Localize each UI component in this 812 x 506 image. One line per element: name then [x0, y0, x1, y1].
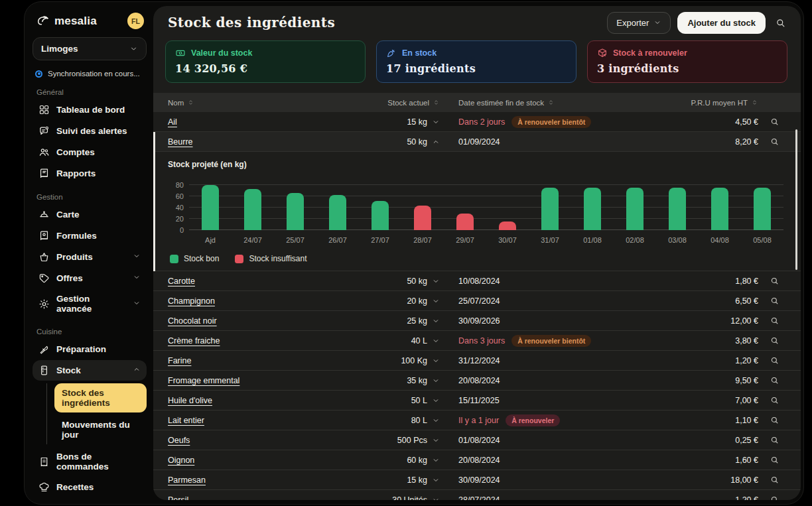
sidebar-item-recettes[interactable]: Recettes	[33, 477, 147, 497]
ingredient-name-cell: Ail	[168, 117, 340, 127]
column-header-nom[interactable]: Nom	[168, 99, 340, 107]
export-button[interactable]: Exporter	[607, 12, 671, 34]
ingredient-name-link[interactable]: Huile d'olive	[168, 396, 212, 405]
stock-amount-cell[interactable]: 25 kg	[340, 316, 440, 326]
sidebar-item-bons-de-commandes[interactable]: Bons de commandes	[33, 447, 147, 476]
sidebar-item-carte[interactable]: Carte	[33, 204, 147, 225]
chevron-up-icon	[432, 138, 440, 146]
row-details-button[interactable]	[758, 455, 790, 465]
row-details-button[interactable]	[758, 355, 790, 365]
row-details-button[interactable]	[758, 395, 790, 405]
row-details-button[interactable]	[758, 117, 790, 127]
row-details-button[interactable]	[758, 316, 790, 326]
sidebar-item-label: Tableau de bord	[56, 105, 125, 115]
bar-28-07[interactable]	[414, 206, 431, 230]
stock-amount-cell[interactable]: 50 kg	[340, 137, 440, 147]
bar-26-07[interactable]	[329, 195, 346, 230]
stock-amount: 15 kg	[407, 475, 427, 485]
ingredient-name-link[interactable]: Crème fraiche	[168, 336, 220, 346]
bar-31-07[interactable]	[541, 188, 559, 230]
magnifier-icon	[770, 117, 779, 127]
row-details-button[interactable]	[758, 296, 790, 306]
ingredient-name-link[interactable]: Champignon	[168, 296, 215, 306]
row-details-button[interactable]	[758, 415, 790, 425]
ingredient-name-link[interactable]: Beurre	[168, 137, 193, 147]
sidebar-item-comptes[interactable]: Comptes	[33, 142, 147, 162]
bar-slot	[656, 177, 699, 230]
stock-amount-cell[interactable]: 500 Pcs	[340, 436, 440, 445]
stock-amount-cell[interactable]: 15 kg	[340, 475, 440, 485]
stock-amount-cell[interactable]: 35 kg	[340, 376, 440, 385]
sidebar-subitem-mouvements-du-jour[interactable]: Mouvements du jour	[54, 415, 147, 444]
end-of-stock-date: 25/07/2024	[458, 296, 500, 306]
stock-amount-cell[interactable]: 60 kg	[340, 456, 440, 465]
row-details-button[interactable]	[758, 375, 790, 385]
ingredient-name-link[interactable]: Farine	[168, 356, 191, 365]
x-axis-tick: 26/07	[316, 236, 359, 244]
stock-amount-cell[interactable]: 50 L	[340, 396, 440, 405]
sidebar-item-produits[interactable]: Produits	[33, 247, 147, 267]
sidebar-item-suivi-des-alertes[interactable]: Suivi des alertes	[33, 121, 147, 141]
location-select[interactable]: Limoges	[33, 37, 147, 60]
sidebar-item-rapports[interactable]: Rapports	[33, 163, 147, 184]
ingredient-name-link[interactable]: Oeufs	[168, 436, 190, 445]
stock-amount-cell[interactable]: 30 Unités	[340, 495, 440, 501]
stock-amount-cell[interactable]: 80 L	[340, 416, 440, 425]
ingredient-name-link[interactable]: Lait entier	[168, 416, 204, 425]
column-header-date-fin-stock[interactable]: Date estimée fin de stock	[458, 99, 659, 107]
bar-05-08[interactable]	[754, 188, 771, 230]
row-details-button[interactable]	[758, 336, 790, 346]
bar-03-08[interactable]	[669, 188, 686, 230]
sidebar-item-gestion-avanc-e[interactable]: Gestion avancée	[33, 289, 147, 318]
ingredient-name-link[interactable]: Parmesan	[168, 475, 206, 485]
bar-02-08[interactable]	[626, 188, 643, 230]
sidebar-item-stock[interactable]: Stock	[33, 360, 147, 381]
sidebar-item-formules[interactable]: Formules	[33, 225, 147, 246]
avatar[interactable]: FL	[127, 13, 144, 29]
bar-29-07[interactable]	[456, 214, 474, 231]
stock-amount-cell[interactable]: 100 Kg	[340, 356, 440, 365]
sidebar-nav: GénéralTableau de bordSuivi des alertesC…	[33, 88, 147, 504]
row-details-button[interactable]	[758, 495, 790, 500]
ingredient-name-link[interactable]: Chocolat noir	[168, 316, 217, 326]
sidebar-subitem-stock-des-ingr-dients[interactable]: Stock des ingrédients	[54, 383, 147, 412]
row-details-button[interactable]	[758, 276, 790, 286]
column-header-stock-actuel[interactable]: Stock actuel	[340, 99, 440, 107]
vertical-scrollbar[interactable]	[795, 129, 797, 270]
search-icon[interactable]	[775, 17, 786, 29]
ingredient-name-link[interactable]: Oignon	[168, 456, 194, 465]
column-header-pru[interactable]: P.R.U moyen HT	[659, 99, 758, 107]
bar-30-07[interactable]	[499, 221, 516, 230]
stock-amount-cell[interactable]: 15 kg	[340, 117, 440, 127]
bar-Ajd[interactable]	[202, 185, 219, 230]
bar-slot	[614, 177, 656, 230]
chevron-up-icon	[133, 365, 141, 375]
ingredient-name-cell: Crème fraiche	[168, 336, 340, 346]
stock-amount-cell[interactable]: 20 kg	[340, 296, 440, 306]
stock-amount-cell[interactable]: 40 L	[340, 336, 440, 346]
bar-01-08[interactable]	[584, 188, 601, 230]
bar-25-07[interactable]	[287, 193, 304, 230]
x-axis-tick: 03/08	[656, 236, 699, 244]
chart-title: Stock projeté (en kg)	[168, 160, 783, 169]
projected-stock-chart: Stock projeté (en kg)020406080Ajd24/0725…	[155, 152, 801, 271]
bar-27-07[interactable]	[372, 201, 389, 230]
row-details-button[interactable]	[758, 475, 790, 485]
sidebar-item-offres[interactable]: Offres	[33, 268, 147, 288]
ingredient-name-link[interactable]: Carotte	[168, 277, 195, 286]
chefhat-icon	[38, 481, 50, 493]
sidebar-item-tableau-de-bord[interactable]: Tableau de bord	[33, 99, 147, 120]
ingredient-name-link[interactable]: Fromage emmental	[168, 376, 239, 385]
bar-04-08[interactable]	[711, 188, 728, 230]
ingredient-name-link[interactable]: Ail	[168, 117, 177, 127]
sidebar-item-pr-paration[interactable]: Préparation	[33, 339, 147, 359]
ingredient-name-link[interactable]: Persil	[168, 495, 188, 501]
bar-24-07[interactable]	[244, 189, 261, 230]
sidebar-item-ingr-dients[interactable]: Ingrédients	[33, 498, 147, 504]
row-details-button[interactable]	[758, 435, 790, 445]
add-stock-button[interactable]: Ajouter du stock	[677, 12, 766, 34]
stock-amount-cell[interactable]: 50 kg	[340, 277, 440, 286]
bar-slot	[529, 177, 571, 230]
unit-price-cell: 0,25 €	[659, 436, 758, 445]
row-details-button[interactable]	[758, 137, 790, 147]
